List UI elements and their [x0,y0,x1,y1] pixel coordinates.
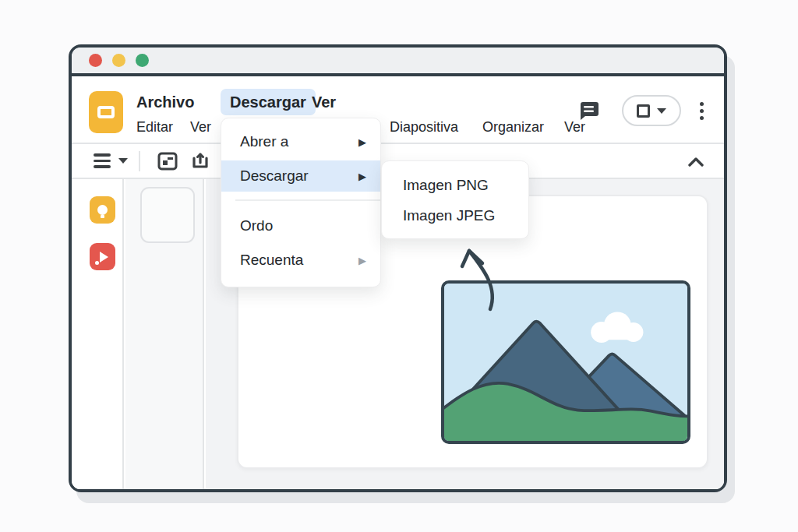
menu-descargar-active[interactable]: Descargar [221,89,316,115]
menu-organizar[interactable]: Organizar [482,115,544,139]
play-triangle-glyph [100,252,108,262]
hamburger-chevron-down-icon[interactable] [118,158,128,164]
submenu-item-label: Imagen PNG [403,177,489,194]
menu-item-descargar[interactable]: Descargar ▶ [221,160,380,192]
slide-filmstrip [125,179,204,489]
play-icon[interactable] [90,243,115,270]
window-titlebar [72,48,724,76]
menu-item-ordo[interactable]: Ordo [221,209,380,243]
menu-ver-2[interactable]: Ver [190,115,211,139]
top-right-actions [570,95,707,126]
side-rail [72,179,124,489]
close-window-button[interactable] [89,54,102,67]
submenu-arrow-icon: ▶ [358,171,366,182]
minimize-window-button[interactable] [112,54,125,67]
submenu-item-label: Imagen JPEG [403,207,495,224]
toolbar-divider [139,151,140,171]
keep-icon[interactable] [90,196,115,224]
menu-diapositiva[interactable]: Diapositiva [390,115,458,139]
submenu-item-imagen-jpeg[interactable]: Imagen JPEG [382,200,528,231]
app-window: Archivo Descargar Ver Editar Ver Diaposi… [69,44,727,492]
present-slide-icon [637,104,650,118]
menu-item-abrer-a[interactable]: Abrer a ▶ [221,125,380,159]
menu-ver[interactable]: Ver [312,89,336,115]
file-dropdown-menu: Abrer a ▶ Descargar ▶ Ordo Recuenta ▶ [221,118,381,287]
slide-thumbnail[interactable] [140,187,195,243]
present-hand-icon[interactable] [190,151,210,171]
menu-item-label: Descargar [240,167,309,185]
hamburger-menu-icon[interactable] [94,153,111,168]
overflow-menu-icon[interactable] [697,100,707,122]
menu-item-label: Ordo [240,217,273,234]
menu-editar[interactable]: Editar [136,115,173,139]
menu-item-recuenta[interactable]: Recuenta ▶ [221,243,380,277]
keep-bulb-glyph [97,205,108,215]
present-dropdown-button[interactable] [622,95,681,126]
collapse-toolbar-icon[interactable] [688,156,704,170]
menu-area: Archivo Descargar Ver Editar Ver Diaposi… [72,79,724,143]
play-dot-glyph [95,261,99,265]
zoom-window-button[interactable] [136,54,149,67]
menu-separator [235,199,380,201]
frame-icon[interactable] [157,151,178,171]
menu-archivo[interactable]: Archivo [136,89,194,115]
menu-item-label: Recuenta [240,252,303,269]
menu-item-label: Abrer a [240,133,288,150]
mountain-image[interactable] [441,280,690,444]
submenu-arrow-icon: ▶ [358,255,366,266]
comments-icon[interactable] [577,99,600,122]
chevron-down-icon [657,108,666,114]
submenu-arrow-icon: ▶ [358,136,366,148]
download-submenu: Imagen PNG Imagen JPEG [381,160,529,239]
submenu-item-imagen-png[interactable]: Imagen PNG [382,170,528,200]
